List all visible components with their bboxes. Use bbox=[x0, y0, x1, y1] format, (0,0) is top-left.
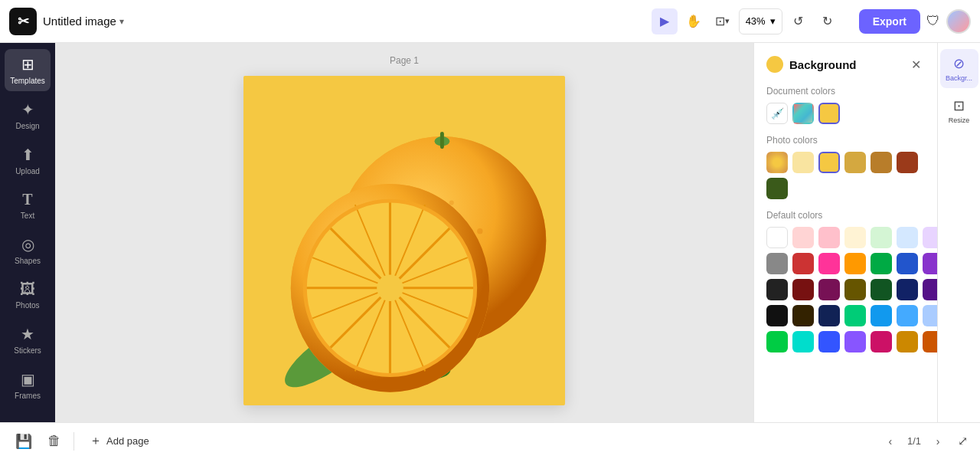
canvas-area[interactable]: Page 1 bbox=[55, 43, 753, 422]
photo-swatch-2[interactable] bbox=[818, 152, 840, 173]
page-nav: ‹ 1/1 › bbox=[880, 431, 949, 452]
default-color-swatch[interactable] bbox=[818, 279, 840, 300]
frame-tool-button[interactable]: ⊡ ▾ bbox=[710, 8, 736, 34]
default-colors-label: Default colors bbox=[766, 210, 925, 221]
default-color-swatch[interactable] bbox=[923, 253, 937, 274]
title-group: Untitled image ▾ bbox=[43, 15, 124, 28]
photo-swatch-4[interactable] bbox=[871, 152, 892, 173]
default-colors-grid bbox=[766, 227, 925, 352]
default-color-swatch[interactable] bbox=[923, 227, 937, 248]
topbar-right: Export 🛡 bbox=[859, 9, 971, 34]
add-page-icon: ＋ bbox=[90, 433, 102, 449]
left-sidebar: ⊞ Templates ✦ Design ⬆ Upload T Text ◎ S… bbox=[0, 43, 55, 422]
photo-swatch-5[interactable] bbox=[897, 152, 918, 173]
default-color-swatch[interactable] bbox=[792, 305, 814, 326]
background-color-indicator[interactable] bbox=[766, 56, 783, 73]
prev-page-button[interactable]: ‹ bbox=[880, 431, 901, 452]
default-color-swatch[interactable] bbox=[766, 305, 788, 326]
panel-close-button[interactable]: ✕ bbox=[906, 55, 925, 74]
default-color-swatch[interactable] bbox=[844, 331, 866, 352]
hand-tool-button[interactable]: ✋ bbox=[681, 8, 707, 34]
default-color-swatch[interactable] bbox=[844, 253, 866, 274]
zoom-control[interactable]: 43% ▾ bbox=[739, 8, 782, 34]
design-icon: ✦ bbox=[21, 100, 34, 119]
templates-icon: ⊞ bbox=[21, 55, 34, 74]
default-color-swatch[interactable] bbox=[897, 305, 918, 326]
panel-header: Background ✕ bbox=[766, 55, 925, 74]
photo-swatch-1[interactable] bbox=[792, 152, 814, 173]
sidebar-item-stickers[interactable]: ★ Stickers bbox=[5, 319, 51, 361]
default-color-swatch[interactable] bbox=[792, 253, 814, 274]
default-color-swatch[interactable] bbox=[871, 305, 892, 326]
expand-button[interactable]: ⤢ bbox=[958, 434, 968, 448]
document-title: Untitled image bbox=[43, 15, 116, 28]
right-item-resize[interactable]: ⊡ Resize bbox=[940, 91, 978, 130]
shapes-icon: ◎ bbox=[21, 235, 34, 254]
default-color-swatch[interactable] bbox=[897, 279, 918, 300]
default-color-swatch[interactable] bbox=[871, 253, 892, 274]
default-color-swatch[interactable] bbox=[792, 279, 814, 300]
default-color-swatch[interactable] bbox=[844, 279, 866, 300]
sidebar-item-design[interactable]: ✦ Design bbox=[5, 94, 51, 136]
default-color-swatch[interactable] bbox=[818, 227, 840, 248]
add-page-button[interactable]: ＋ Add page bbox=[83, 430, 155, 452]
default-color-swatch[interactable] bbox=[792, 331, 814, 352]
sidebar-item-photos[interactable]: 🖼 Photos bbox=[5, 274, 51, 316]
document-colors-row: 💉 bbox=[766, 103, 925, 124]
canvas-frame[interactable] bbox=[243, 76, 565, 405]
default-color-swatch[interactable] bbox=[923, 331, 937, 352]
redo-button[interactable]: ↻ bbox=[815, 8, 841, 34]
default-color-swatch[interactable] bbox=[897, 227, 918, 248]
default-color-swatch[interactable] bbox=[818, 305, 840, 326]
default-color-swatch[interactable] bbox=[766, 253, 788, 274]
photo-swatch-0[interactable] bbox=[766, 152, 788, 173]
sidebar-item-text[interactable]: T Text bbox=[5, 185, 51, 226]
save-button[interactable]: 💾 bbox=[12, 430, 35, 453]
sidebar-item-upload[interactable]: ⬆ Upload bbox=[5, 139, 51, 182]
gradient-swatch[interactable] bbox=[792, 103, 814, 124]
default-color-swatch[interactable] bbox=[844, 227, 866, 248]
yellow-swatch[interactable] bbox=[818, 103, 840, 124]
app-logo[interactable]: ✂ bbox=[9, 8, 37, 35]
export-button[interactable]: Export bbox=[859, 9, 920, 34]
undo-button[interactable]: ↺ bbox=[786, 8, 812, 34]
trash-button[interactable]: 🗑 bbox=[44, 430, 64, 452]
eyedropper-button[interactable]: 💉 bbox=[766, 103, 788, 124]
right-icon-sidebar: ⊘ Backgr... ⊡ Resize bbox=[937, 43, 980, 422]
right-item-background[interactable]: ⊘ Backgr... bbox=[940, 49, 978, 88]
avatar[interactable] bbox=[946, 9, 971, 34]
photo-swatch-3[interactable] bbox=[844, 152, 866, 173]
select-tool-button[interactable]: ▶ bbox=[652, 8, 678, 34]
sidebar-item-frames[interactable]: ▣ Frames bbox=[5, 364, 51, 406]
default-color-swatch[interactable] bbox=[871, 279, 892, 300]
default-color-swatch[interactable] bbox=[871, 227, 892, 248]
resize-icon: ⊡ bbox=[953, 97, 965, 114]
main-layout: ⊞ Templates ✦ Design ⬆ Upload T Text ◎ S… bbox=[0, 43, 980, 422]
photo-colors-row bbox=[766, 152, 925, 199]
default-color-swatch[interactable] bbox=[897, 331, 918, 352]
default-color-swatch[interactable] bbox=[792, 227, 814, 248]
default-color-swatch[interactable] bbox=[766, 279, 788, 300]
text-icon: T bbox=[22, 191, 32, 208]
default-color-swatch[interactable] bbox=[766, 331, 788, 352]
default-color-swatch[interactable] bbox=[818, 331, 840, 352]
svg-point-8 bbox=[477, 228, 482, 233]
sidebar-item-templates[interactable]: ⊞ Templates bbox=[5, 49, 51, 91]
document-colors-label: Document colors bbox=[766, 86, 925, 97]
title-chevron[interactable]: ▾ bbox=[119, 16, 124, 27]
background-panel: Background ✕ Document colors 💉 Photo col… bbox=[753, 43, 937, 422]
default-color-swatch[interactable] bbox=[766, 227, 788, 248]
photo-swatch-6[interactable] bbox=[766, 178, 788, 199]
default-color-swatch[interactable] bbox=[871, 331, 892, 352]
sidebar-item-shapes[interactable]: ◎ Shapes bbox=[5, 229, 51, 271]
bg-panel-content: Background ✕ Document colors 💉 Photo col… bbox=[754, 43, 937, 375]
default-color-swatch[interactable] bbox=[923, 279, 937, 300]
default-color-swatch[interactable] bbox=[844, 305, 866, 326]
bottom-bar: 💾 🗑 ＋ Add page ‹ 1/1 › ⤢ bbox=[0, 422, 980, 459]
default-color-swatch[interactable] bbox=[923, 305, 937, 326]
shield-icon: 🛡 bbox=[926, 13, 940, 29]
default-color-swatch[interactable] bbox=[818, 253, 840, 274]
default-color-swatch[interactable] bbox=[897, 253, 918, 274]
upload-icon: ⬆ bbox=[21, 146, 34, 164]
next-page-button[interactable]: › bbox=[927, 431, 949, 452]
